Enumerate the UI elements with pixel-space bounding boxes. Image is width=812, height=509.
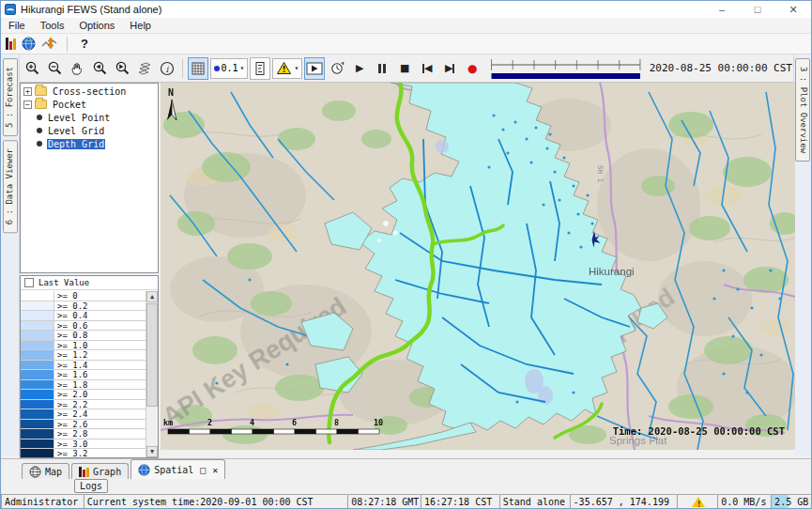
- layers-button[interactable]: [134, 57, 155, 80]
- tree-item-label: Level Grid: [47, 126, 105, 136]
- legend-row[interactable]: >= 2.6: [21, 420, 146, 430]
- previous-zoom-button[interactable]: [89, 57, 110, 80]
- zoom-out-icon: [47, 60, 63, 76]
- tab-data-viewer[interactable]: 6 : Data Viewer: [3, 140, 18, 233]
- tree-item-cross-section[interactable]: + Cross-section: [21, 85, 158, 97]
- warnings-dropdown[interactable]: ! ▾: [272, 58, 302, 79]
- last-value-checkbox[interactable]: [24, 278, 34, 287]
- tab-spatial[interactable]: Spatial □ ✕: [130, 459, 225, 479]
- zoom-in-icon: [24, 60, 40, 76]
- legend-row[interactable]: >= 0.8: [21, 331, 146, 341]
- time-slider[interactable]: [490, 56, 641, 81]
- animation-panel-button[interactable]: [304, 57, 325, 80]
- graph-bars-icon: [79, 467, 89, 477]
- legend-row[interactable]: >= 0: [21, 291, 146, 301]
- info-button[interactable]: i: [157, 57, 177, 80]
- status-gmt-time: 08:27:18 GMT: [347, 494, 421, 509]
- legend-row-label: >= 2.2: [54, 400, 146, 409]
- legend-row[interactable]: >= 0.2: [21, 301, 146, 312]
- logs-button[interactable]: Logs: [74, 479, 108, 493]
- legend-color-swatch: [21, 370, 54, 379]
- legend-row[interactable]: >= 2.4: [21, 409, 146, 420]
- timeseries-import-icon[interactable]: [41, 37, 57, 51]
- status-coordinates: -35.657 , 174.199: [570, 494, 678, 509]
- status-user: Administrator: [1, 494, 84, 509]
- grid-display-button[interactable]: [188, 57, 208, 80]
- spatial-map[interactable]: API Key Required API Key Required: [161, 83, 795, 458]
- svg-text:4: 4: [250, 418, 254, 427]
- chevron-down-icon: ▾: [294, 64, 299, 72]
- scrollbar-thumb[interactable]: [146, 303, 158, 407]
- legend-row[interactable]: >= 1.6: [21, 370, 146, 380]
- tab-map[interactable]: Map: [22, 463, 69, 479]
- legend-scrollbar[interactable]: ▲ ▼: [146, 291, 158, 457]
- menu-help[interactable]: Help: [122, 20, 159, 31]
- tab-graph[interactable]: Graph: [71, 463, 129, 479]
- map-canvas[interactable]: API Key Required API Key Required: [161, 83, 795, 450]
- tab-maximize-icon[interactable]: □: [200, 465, 206, 475]
- status-warning[interactable]: [677, 494, 717, 509]
- play-button[interactable]: ▶: [349, 57, 370, 80]
- globe-icon[interactable]: [22, 37, 36, 51]
- zoom-out-button[interactable]: [44, 57, 65, 80]
- tree-item-level-grid[interactable]: Level Grid: [34, 125, 158, 136]
- tab-close-icon[interactable]: ✕: [212, 465, 218, 475]
- status-system-time: Current system time:2020-09-01 00:00 CST: [84, 494, 347, 509]
- legend-row[interactable]: >= 3.0: [21, 440, 146, 450]
- legend-row[interactable]: >= 2.8: [21, 429, 146, 440]
- status-memory: 2.5 GB: [771, 494, 811, 509]
- legend-color-swatch: [21, 311, 54, 320]
- status-mode: Stand alone: [499, 494, 570, 509]
- tab-plot-overview[interactable]: 3 : Plot Overview: [795, 58, 810, 162]
- animation-clock-icon: [329, 60, 345, 76]
- legend-panel: Last Value >= 0 >= 0.2 >= 0.4 >= 0.6 >= …: [20, 275, 159, 458]
- tree-item-pocket[interactable]: − Pocket: [21, 99, 158, 110]
- tab-forecast[interactable]: 5 : Forecast: [3, 58, 18, 136]
- profile-button[interactable]: [250, 57, 270, 80]
- tree-item-level-point[interactable]: Level Point: [34, 112, 158, 123]
- legend-row[interactable]: >= 0.4: [21, 311, 146, 321]
- folder-icon: [35, 100, 47, 109]
- menu-tools[interactable]: Tools: [33, 20, 72, 31]
- contour-threshold-dropdown[interactable]: 0.1 ▾: [210, 58, 249, 79]
- record-button[interactable]: ●: [462, 57, 483, 80]
- legend-row[interactable]: >= 1.0: [21, 341, 146, 351]
- menu-options[interactable]: Options: [71, 20, 122, 31]
- expand-icon[interactable]: +: [23, 87, 32, 96]
- minimize-button[interactable]: –: [704, 1, 740, 18]
- animation-settings-button[interactable]: [327, 57, 347, 80]
- pause-button[interactable]: [372, 57, 392, 80]
- legend-row[interactable]: >= 1.8: [21, 380, 146, 391]
- stop-button[interactable]: ■: [394, 57, 415, 80]
- last-value-option[interactable]: Last Value: [21, 276, 158, 290]
- legend-row[interactable]: >= 1.2: [21, 350, 146, 361]
- legend-row[interactable]: >= 3.2: [21, 449, 146, 458]
- legend-row[interactable]: >= 1.4: [21, 361, 146, 371]
- database-viewer-icon[interactable]: [6, 38, 16, 50]
- play-icon: ▶: [356, 62, 363, 74]
- scroll-up-icon[interactable]: ▲: [146, 291, 158, 302]
- legend-row-label: >= 0.8: [54, 331, 146, 340]
- legend-row[interactable]: >= 2.2: [21, 400, 146, 410]
- help-icon[interactable]: ?: [77, 37, 92, 51]
- maximize-button[interactable]: □: [740, 1, 775, 18]
- pan-button[interactable]: [67, 57, 87, 80]
- legend-row-label: >= 0: [54, 291, 146, 301]
- next-zoom-button[interactable]: [112, 57, 132, 80]
- legend-row[interactable]: >= 2.0: [21, 390, 146, 400]
- scroll-down-icon[interactable]: ▼: [146, 446, 158, 457]
- pause-icon: [378, 64, 386, 73]
- wire-globe-icon: [29, 466, 41, 478]
- tree-item-label: Level Point: [47, 113, 111, 123]
- step-forward-button[interactable]: ▶: [439, 57, 460, 80]
- status-bar: Administrator Current system time:2020-0…: [1, 494, 811, 509]
- svg-text:!: !: [283, 65, 286, 74]
- close-button[interactable]: ✕: [775, 1, 811, 18]
- menu-file[interactable]: File: [1, 20, 33, 31]
- zoom-in-button[interactable]: [22, 57, 42, 80]
- collapse-icon[interactable]: −: [23, 100, 32, 109]
- layer-bullet-icon: [37, 141, 42, 147]
- tree-item-depth-grid[interactable]: Depth Grid: [34, 138, 158, 149]
- legend-row[interactable]: >= 0.6: [21, 321, 146, 332]
- step-back-button[interactable]: ◀: [417, 57, 437, 80]
